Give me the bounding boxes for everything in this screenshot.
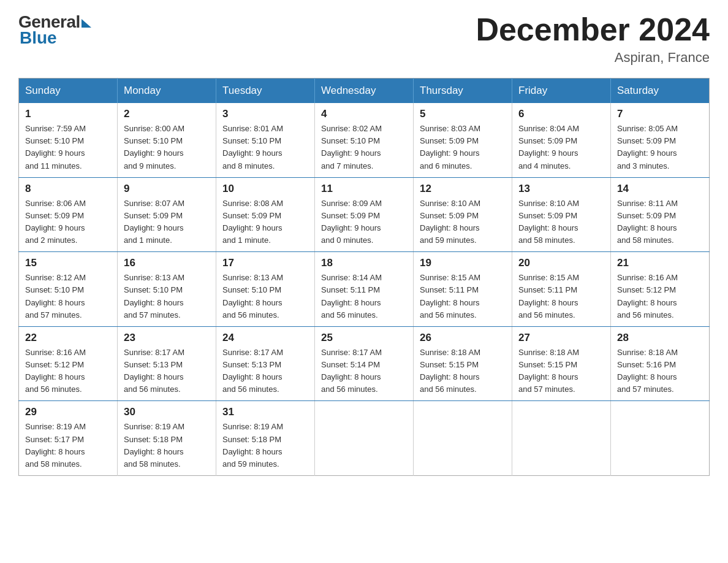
day-number: 23 bbox=[124, 332, 210, 344]
month-title: December 2024 bbox=[476, 12, 710, 47]
calendar-header-row: SundayMondayTuesdayWednesdayThursdayFrid… bbox=[19, 79, 710, 104]
day-number: 10 bbox=[222, 183, 308, 195]
header-thursday: Thursday bbox=[414, 79, 512, 104]
day-info: Sunrise: 8:13 AMSunset: 5:10 PMDaylight:… bbox=[124, 272, 210, 321]
day-info: Sunrise: 8:01 AMSunset: 5:10 PMDaylight:… bbox=[222, 123, 308, 172]
day-number: 15 bbox=[25, 257, 111, 269]
calendar-cell: 11Sunrise: 8:09 AMSunset: 5:09 PMDayligh… bbox=[315, 177, 414, 252]
day-number: 12 bbox=[420, 183, 506, 195]
calendar-cell: 4Sunrise: 8:02 AMSunset: 5:10 PMDaylight… bbox=[315, 103, 414, 177]
day-number: 19 bbox=[420, 257, 506, 269]
day-number: 13 bbox=[518, 183, 604, 195]
logo: General Blue bbox=[18, 12, 91, 48]
day-info: Sunrise: 8:10 AMSunset: 5:09 PMDaylight:… bbox=[420, 197, 506, 247]
day-info: Sunrise: 8:17 AMSunset: 5:13 PMDaylight:… bbox=[222, 347, 308, 396]
calendar-table: SundayMondayTuesdayWednesdayThursdayFrid… bbox=[18, 78, 710, 476]
calendar-cell: 12Sunrise: 8:10 AMSunset: 5:09 PMDayligh… bbox=[414, 177, 512, 252]
day-info: Sunrise: 8:15 AMSunset: 5:11 PMDaylight:… bbox=[518, 272, 604, 321]
calendar-cell: 17Sunrise: 8:13 AMSunset: 5:10 PMDayligh… bbox=[216, 252, 315, 327]
day-info: Sunrise: 8:03 AMSunset: 5:09 PMDaylight:… bbox=[420, 123, 506, 172]
calendar-week-row: 8Sunrise: 8:06 AMSunset: 5:09 PMDaylight… bbox=[19, 177, 710, 252]
title-block: December 2024 Aspiran, France bbox=[476, 12, 710, 66]
day-number: 31 bbox=[222, 406, 308, 418]
calendar-cell: 23Sunrise: 8:17 AMSunset: 5:13 PMDayligh… bbox=[118, 326, 216, 401]
header-tuesday: Tuesday bbox=[216, 79, 315, 104]
calendar-cell: 9Sunrise: 8:07 AMSunset: 5:09 PMDaylight… bbox=[118, 177, 216, 252]
calendar-cell: 30Sunrise: 8:19 AMSunset: 5:18 PMDayligh… bbox=[118, 401, 216, 476]
day-info: Sunrise: 8:16 AMSunset: 5:12 PMDaylight:… bbox=[617, 272, 703, 321]
calendar-cell: 2Sunrise: 8:00 AMSunset: 5:10 PMDaylight… bbox=[118, 103, 216, 177]
calendar-cell: 24Sunrise: 8:17 AMSunset: 5:13 PMDayligh… bbox=[216, 326, 315, 401]
day-number: 4 bbox=[321, 108, 407, 120]
header-monday: Monday bbox=[118, 79, 216, 104]
day-info: Sunrise: 8:19 AMSunset: 5:18 PMDaylight:… bbox=[124, 421, 210, 470]
calendar-cell: 16Sunrise: 8:13 AMSunset: 5:10 PMDayligh… bbox=[118, 252, 216, 327]
calendar-cell bbox=[611, 401, 710, 476]
day-info: Sunrise: 8:05 AMSunset: 5:09 PMDaylight:… bbox=[617, 123, 703, 172]
header-sunday: Sunday bbox=[19, 79, 118, 104]
calendar-cell: 5Sunrise: 8:03 AMSunset: 5:09 PMDaylight… bbox=[414, 103, 512, 177]
day-number: 17 bbox=[222, 257, 308, 269]
calendar-cell bbox=[414, 401, 512, 476]
calendar-cell: 25Sunrise: 8:17 AMSunset: 5:14 PMDayligh… bbox=[315, 326, 414, 401]
day-info: Sunrise: 8:11 AMSunset: 5:09 PMDaylight:… bbox=[617, 197, 703, 247]
calendar-cell: 28Sunrise: 8:18 AMSunset: 5:16 PMDayligh… bbox=[611, 326, 710, 401]
day-number: 22 bbox=[25, 332, 111, 344]
day-info: Sunrise: 7:59 AMSunset: 5:10 PMDaylight:… bbox=[25, 123, 111, 172]
day-number: 30 bbox=[124, 406, 210, 418]
day-number: 14 bbox=[617, 183, 703, 195]
logo-blue-text: Blue bbox=[20, 28, 57, 48]
calendar-cell: 20Sunrise: 8:15 AMSunset: 5:11 PMDayligh… bbox=[512, 252, 611, 327]
header-wednesday: Wednesday bbox=[315, 79, 414, 104]
day-number: 28 bbox=[617, 332, 703, 344]
calendar-cell: 7Sunrise: 8:05 AMSunset: 5:09 PMDaylight… bbox=[611, 103, 710, 177]
calendar-cell: 21Sunrise: 8:16 AMSunset: 5:12 PMDayligh… bbox=[611, 252, 710, 327]
page-header: General Blue December 2024 Aspiran, Fran… bbox=[18, 12, 710, 66]
calendar-cell: 10Sunrise: 8:08 AMSunset: 5:09 PMDayligh… bbox=[216, 177, 315, 252]
day-info: Sunrise: 8:07 AMSunset: 5:09 PMDaylight:… bbox=[124, 197, 210, 247]
calendar-cell: 6Sunrise: 8:04 AMSunset: 5:09 PMDaylight… bbox=[512, 103, 611, 177]
calendar-week-row: 22Sunrise: 8:16 AMSunset: 5:12 PMDayligh… bbox=[19, 326, 710, 401]
day-number: 11 bbox=[321, 183, 407, 195]
calendar-week-row: 15Sunrise: 8:12 AMSunset: 5:10 PMDayligh… bbox=[19, 252, 710, 327]
day-info: Sunrise: 8:18 AMSunset: 5:15 PMDaylight:… bbox=[420, 347, 506, 396]
day-number: 2 bbox=[124, 108, 210, 120]
day-info: Sunrise: 8:17 AMSunset: 5:14 PMDaylight:… bbox=[321, 347, 407, 396]
calendar-week-row: 29Sunrise: 8:19 AMSunset: 5:17 PMDayligh… bbox=[19, 401, 710, 476]
calendar-cell: 27Sunrise: 8:18 AMSunset: 5:15 PMDayligh… bbox=[512, 326, 611, 401]
day-number: 7 bbox=[617, 108, 703, 120]
calendar-cell: 13Sunrise: 8:10 AMSunset: 5:09 PMDayligh… bbox=[512, 177, 611, 252]
day-number: 3 bbox=[222, 108, 308, 120]
day-info: Sunrise: 8:16 AMSunset: 5:12 PMDaylight:… bbox=[25, 347, 111, 396]
calendar-cell: 19Sunrise: 8:15 AMSunset: 5:11 PMDayligh… bbox=[414, 252, 512, 327]
calendar-cell: 14Sunrise: 8:11 AMSunset: 5:09 PMDayligh… bbox=[611, 177, 710, 252]
day-info: Sunrise: 8:02 AMSunset: 5:10 PMDaylight:… bbox=[321, 123, 407, 172]
calendar-cell bbox=[315, 401, 414, 476]
day-info: Sunrise: 8:19 AMSunset: 5:17 PMDaylight:… bbox=[25, 421, 111, 470]
location-text: Aspiran, France bbox=[476, 50, 710, 66]
header-saturday: Saturday bbox=[611, 79, 710, 104]
day-info: Sunrise: 8:17 AMSunset: 5:13 PMDaylight:… bbox=[124, 347, 210, 396]
day-info: Sunrise: 8:10 AMSunset: 5:09 PMDaylight:… bbox=[518, 197, 604, 247]
header-friday: Friday bbox=[512, 79, 611, 104]
day-number: 29 bbox=[25, 406, 111, 418]
day-info: Sunrise: 8:18 AMSunset: 5:16 PMDaylight:… bbox=[617, 347, 703, 396]
calendar-cell: 31Sunrise: 8:19 AMSunset: 5:18 PMDayligh… bbox=[216, 401, 315, 476]
calendar-cell: 3Sunrise: 8:01 AMSunset: 5:10 PMDaylight… bbox=[216, 103, 315, 177]
calendar-cell: 8Sunrise: 8:06 AMSunset: 5:09 PMDaylight… bbox=[19, 177, 118, 252]
day-info: Sunrise: 8:14 AMSunset: 5:11 PMDaylight:… bbox=[321, 272, 407, 321]
day-number: 5 bbox=[420, 108, 506, 120]
calendar-cell: 18Sunrise: 8:14 AMSunset: 5:11 PMDayligh… bbox=[315, 252, 414, 327]
day-number: 21 bbox=[617, 257, 703, 269]
day-info: Sunrise: 8:18 AMSunset: 5:15 PMDaylight:… bbox=[518, 347, 604, 396]
day-info: Sunrise: 8:06 AMSunset: 5:09 PMDaylight:… bbox=[25, 197, 111, 247]
day-info: Sunrise: 8:04 AMSunset: 5:09 PMDaylight:… bbox=[518, 123, 604, 172]
day-info: Sunrise: 8:15 AMSunset: 5:11 PMDaylight:… bbox=[420, 272, 506, 321]
day-info: Sunrise: 8:12 AMSunset: 5:10 PMDaylight:… bbox=[25, 272, 111, 321]
calendar-cell: 1Sunrise: 7:59 AMSunset: 5:10 PMDaylight… bbox=[19, 103, 118, 177]
calendar-cell: 26Sunrise: 8:18 AMSunset: 5:15 PMDayligh… bbox=[414, 326, 512, 401]
calendar-cell bbox=[512, 401, 611, 476]
day-number: 18 bbox=[321, 257, 407, 269]
day-info: Sunrise: 8:19 AMSunset: 5:18 PMDaylight:… bbox=[222, 421, 308, 470]
day-number: 8 bbox=[25, 183, 111, 195]
